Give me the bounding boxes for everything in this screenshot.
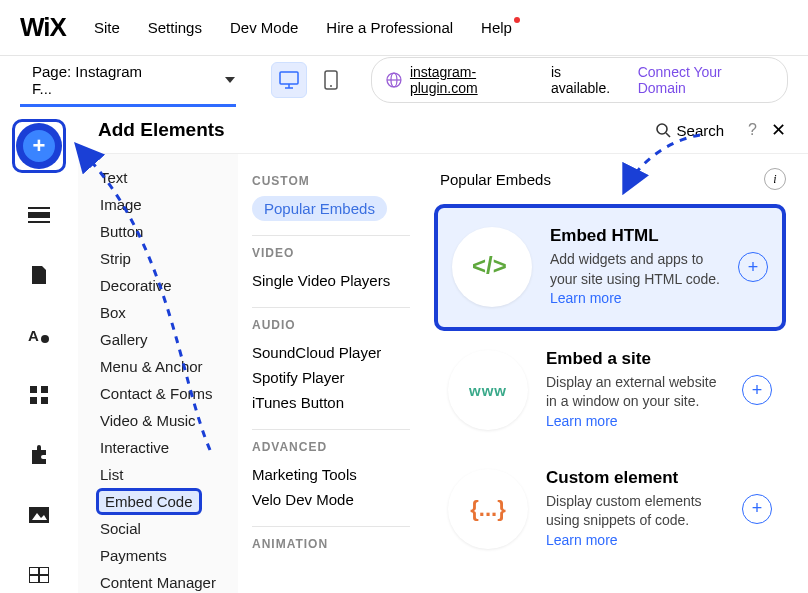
card-desc: Add widgets and apps to your site using … <box>550 250 720 309</box>
cat-menu-anchor[interactable]: Menu & Anchor <box>96 353 238 380</box>
nav-site[interactable]: Site <box>94 19 120 36</box>
embed-header-title: Popular Embeds <box>434 171 764 188</box>
panel-header: Add Elements Search ? ✕ <box>78 107 808 154</box>
cat-content-manager[interactable]: Content Manager <box>96 569 238 593</box>
card-title: Custom element <box>546 468 724 488</box>
sub-single-video-players[interactable]: Single Video Players <box>252 268 410 293</box>
cat-text[interactable]: Text <box>96 164 238 191</box>
sub-popular-embeds[interactable]: Popular Embeds <box>252 196 387 221</box>
panel-help-button[interactable]: ? <box>748 121 757 139</box>
cat-image[interactable]: Image <box>96 191 238 218</box>
panel-body: Text Image Button Strip Decorative Box G… <box>78 154 808 593</box>
group-audio: AUDIO <box>252 318 410 332</box>
search-icon <box>655 122 671 138</box>
cat-box[interactable]: Box <box>96 299 238 326</box>
sub-itunes[interactable]: iTunes Button <box>252 390 410 415</box>
subcategory-list: CUSTOM Popular Embeds VIDEO Single Video… <box>238 154 424 593</box>
rail-apps-icon[interactable] <box>19 377 59 413</box>
card-body: Embed a site Display an external website… <box>546 349 724 432</box>
panel-close-button[interactable]: ✕ <box>767 119 790 141</box>
top-nav: WiX Site Settings Dev Mode Hire a Profes… <box>0 0 808 56</box>
cat-list[interactable]: List <box>96 461 238 488</box>
cat-button[interactable]: Button <box>96 218 238 245</box>
svg-rect-14 <box>41 386 48 393</box>
page-toolbar: Page: Instagram F... instagram-plugin.co… <box>0 56 808 104</box>
wix-logo: WiX <box>20 12 66 43</box>
desktop-icon <box>279 71 299 89</box>
cat-video-music[interactable]: Video & Music <box>96 407 238 434</box>
globe-icon <box>386 72 402 88</box>
www-icon: www <box>448 350 528 430</box>
group-video: VIDEO <box>252 246 410 260</box>
search-placeholder: Search <box>677 122 725 139</box>
panel-title: Add Elements <box>98 119 655 141</box>
device-toggle <box>271 62 349 98</box>
card-title: Embed HTML <box>550 226 720 246</box>
cat-social[interactable]: Social <box>96 515 238 542</box>
svg-point-12 <box>41 335 49 343</box>
rail-media-icon[interactable] <box>19 497 59 533</box>
svg-point-22 <box>657 124 667 134</box>
nav-hire-professional[interactable]: Hire a Professional <box>326 19 453 36</box>
sub-marketing-tools[interactable]: Marketing Tools <box>252 462 410 487</box>
cat-payments[interactable]: Payments <box>96 542 238 569</box>
group-advanced: ADVANCED <box>252 440 410 454</box>
cat-gallery[interactable]: Gallery <box>96 326 238 353</box>
card-body: Custom element Display custom elements u… <box>546 468 724 551</box>
domain-name[interactable]: instagram-plugin.com <box>410 64 543 96</box>
sub-soundcloud[interactable]: SoundCloud Player <box>252 340 410 365</box>
code-icon: </> <box>452 227 532 307</box>
mobile-icon <box>324 70 338 90</box>
embed-header: Popular Embeds i <box>434 168 786 190</box>
svg-rect-0 <box>280 72 298 84</box>
braces-icon: {...} <box>448 469 528 549</box>
page-selector-label: Page: Instagram F... <box>32 63 165 97</box>
rail-data-icon[interactable] <box>19 557 59 593</box>
add-button[interactable]: + <box>742 375 772 405</box>
learn-more-link[interactable]: Learn more <box>550 290 622 306</box>
cat-strip[interactable]: Strip <box>96 245 238 272</box>
rail-section-icon[interactable] <box>19 197 59 233</box>
page-selector[interactable]: Page: Instagram F... <box>32 63 241 97</box>
nav-help[interactable]: Help <box>481 19 512 36</box>
desktop-view-button[interactable] <box>271 62 307 98</box>
nav-settings[interactable]: Settings <box>148 19 202 36</box>
rail-addons-icon[interactable] <box>19 437 59 473</box>
svg-rect-9 <box>28 207 50 209</box>
group-custom: CUSTOM <box>252 174 410 188</box>
svg-rect-17 <box>29 507 49 523</box>
card-embed-site[interactable]: www Embed a site Display an external web… <box>434 331 786 450</box>
svg-line-23 <box>666 133 670 137</box>
add-elements-button[interactable]: + <box>12 119 66 173</box>
cat-contact-forms[interactable]: Contact & Forms <box>96 380 238 407</box>
add-button[interactable]: + <box>738 252 768 282</box>
sub-velo-dev-mode[interactable]: Velo Dev Mode <box>252 487 410 512</box>
add-button[interactable]: + <box>742 494 772 524</box>
card-desc: Display custom elements using snippets o… <box>546 492 724 551</box>
rail-design-icon[interactable]: A <box>19 317 59 353</box>
category-list: Text Image Button Strip Decorative Box G… <box>78 154 238 593</box>
mobile-view-button[interactable] <box>313 62 349 98</box>
card-custom-element[interactable]: {...} Custom element Display custom elem… <box>434 450 786 569</box>
rail-pages-icon[interactable] <box>19 257 59 293</box>
learn-more-link[interactable]: Learn more <box>546 532 618 548</box>
cat-interactive[interactable]: Interactive <box>96 434 238 461</box>
svg-rect-8 <box>28 212 50 218</box>
learn-more-link[interactable]: Learn more <box>546 413 618 429</box>
svg-rect-15 <box>30 397 37 404</box>
panel-search[interactable]: Search <box>655 122 725 139</box>
domain-available-text: is available. <box>551 64 624 96</box>
sub-spotify[interactable]: Spotify Player <box>252 365 410 390</box>
cat-embed-code[interactable]: Embed Code <box>96 488 202 515</box>
nav-dev-mode[interactable]: Dev Mode <box>230 19 298 36</box>
card-embed-html[interactable]: </> Embed HTML Add widgets and apps to y… <box>434 204 786 331</box>
group-animation: ANIMATION <box>252 537 410 551</box>
cat-decorative[interactable]: Decorative <box>96 272 238 299</box>
embed-options: Popular Embeds i </> Embed HTML Add widg… <box>424 154 808 593</box>
left-tool-rail: + A <box>0 107 78 593</box>
editor-main: + A Add Elements Search <box>0 107 808 593</box>
svg-rect-10 <box>28 221 50 223</box>
svg-text:</>: </> <box>472 252 507 279</box>
info-icon[interactable]: i <box>764 168 786 190</box>
connect-domain-link[interactable]: Connect Your Domain <box>638 64 773 96</box>
